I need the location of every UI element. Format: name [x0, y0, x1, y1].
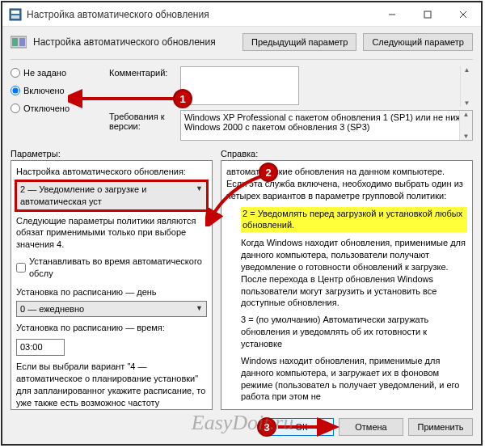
panels: Настройка автоматического обновления: 2 …: [2, 160, 481, 410]
policy-note: Следующие параметры политики являются об…: [16, 215, 207, 251]
comment-input[interactable]: [180, 66, 299, 105]
scrollbar[interactable]: ▲▼: [459, 111, 472, 140]
cancel-button[interactable]: Отмена: [339, 418, 403, 436]
requirements-label: Требования к версии:: [109, 110, 175, 131]
sched-time-input[interactable]: [16, 339, 65, 356]
help-heading: Справка:: [221, 149, 473, 158]
titlebar: Настройка автоматического обновления: [2, 2, 481, 27]
help-p3: 3 = (по умолчанию) Автоматически загружа…: [241, 314, 467, 350]
params-heading: Параметры:: [11, 149, 213, 158]
chevron-down-icon: ▼: [196, 184, 203, 193]
params-panel: Настройка автоматического обновления: 2 …: [11, 160, 213, 410]
sched-time-label: Установка по расписанию — время:: [16, 322, 165, 334]
minimize-button[interactable]: [374, 2, 410, 27]
prev-param-button[interactable]: Предыдущий параметр: [242, 33, 356, 51]
requirements-box: Windows XP Professional с пакетом обновл…: [180, 110, 473, 141]
svg-rect-8: [12, 38, 18, 46]
comment-label: Комментарий:: [109, 66, 175, 78]
maintenance-checkbox-row[interactable]: Устанавливать во время автоматического о…: [16, 256, 207, 280]
divider: [11, 59, 473, 60]
window-title: Настройка автоматического обновления: [27, 9, 374, 20]
update-mode-select[interactable]: 2 — Уведомление о загрузке и автоматичес…: [16, 181, 207, 210]
columns-head: Параметры: Справка:: [2, 144, 481, 160]
maintenance-checkbox[interactable]: [16, 263, 26, 273]
close-button[interactable]: [445, 2, 481, 27]
options-row: Не задано Включено Отключено Комментарий…: [2, 61, 481, 144]
ok-button[interactable]: ОК: [269, 418, 334, 436]
maximize-button[interactable]: [410, 2, 445, 27]
apply-button[interactable]: Применить: [408, 418, 473, 436]
svg-rect-2: [11, 15, 19, 19]
next-param-button[interactable]: Следующий параметр: [363, 33, 473, 51]
help-highlight: 2 = Уведомлять перед загрузкой и установ…: [241, 207, 467, 233]
scrollbar[interactable]: ▲▼: [460, 66, 473, 107]
radio-disabled[interactable]: Отключено: [11, 104, 104, 113]
help-p2: Когда Windows находит обновления, примен…: [241, 237, 467, 309]
maintenance-checkbox-label: Устанавливать во время автоматического о…: [29, 256, 207, 280]
window: Настройка автоматического обновления Нас…: [1, 1, 483, 446]
update-config-label: Настройка автоматического обновления:: [16, 166, 207, 178]
svg-rect-9: [19, 38, 25, 46]
svg-rect-1: [11, 11, 19, 14]
radio-enabled[interactable]: Включено: [11, 86, 104, 95]
chevron-down-icon: ▼: [196, 303, 203, 313]
help-panel: автоматические обновления на данном комп…: [221, 160, 473, 410]
sched-day-select[interactable]: 0 — ежедневно▼: [16, 301, 207, 318]
policy-icon: [11, 35, 27, 49]
sched-day-label: Установка по расписанию — день: [16, 286, 207, 298]
radio-group: Не задано Включено Отключено: [11, 66, 104, 141]
help-p4: Windows находит обновления, применимые д…: [241, 355, 467, 403]
app-icon: [9, 8, 22, 21]
window-controls: [374, 2, 481, 27]
help-p1: автоматические обновления на данном комп…: [226, 166, 467, 202]
radio-not-set[interactable]: Не задано: [11, 68, 104, 78]
svg-rect-4: [424, 11, 431, 18]
params-tail-text: Если вы выбрали вариант "4 — автоматичес…: [16, 361, 207, 409]
header-title: Настройка автоматического обновления: [33, 36, 236, 48]
requirements-text: Windows XP Professional с пакетом обновл…: [184, 112, 466, 132]
footer: ОК Отмена Применить: [2, 410, 481, 444]
header: Настройка автоматического обновления Пре…: [2, 27, 481, 57]
